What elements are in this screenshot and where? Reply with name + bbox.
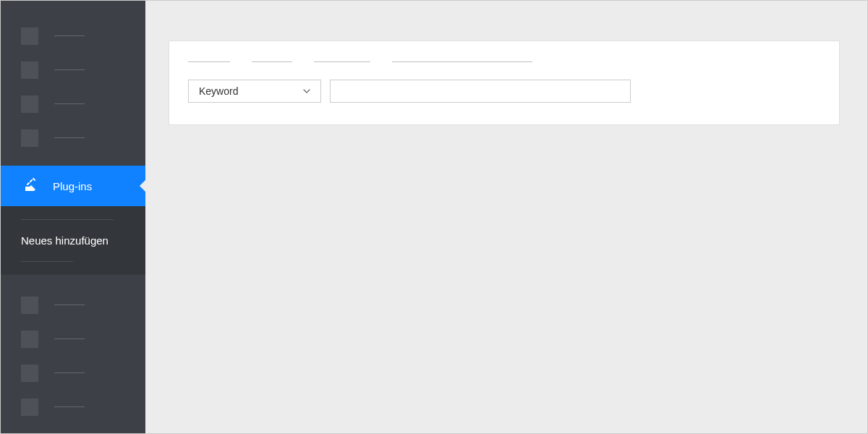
sidebar-item-placeholder[interactable] [1,356,145,390]
placeholder-icon [21,365,38,382]
search-input[interactable] [330,80,631,103]
filter-tab-placeholder[interactable] [188,61,230,62]
sidebar-item-placeholder[interactable] [1,288,145,322]
chevron-down-icon [302,86,312,96]
placeholder-label [54,137,85,138]
sidebar-item-label: Plug-ins [53,180,92,192]
placeholder-icon [21,61,38,79]
submenu-divider [21,261,73,262]
placeholder-icon [21,129,38,147]
search-panel: Keyword [169,41,840,125]
main-content: Keyword [145,1,867,433]
placeholder-icon [21,399,38,416]
sidebar-item-placeholder[interactable] [1,19,145,53]
search-row: Keyword [188,80,820,103]
filter-tab-placeholder[interactable] [314,61,370,62]
placeholder-label [54,339,85,339]
placeholder-label [54,373,85,373]
placeholder-label [54,103,85,104]
plug-icon [21,176,40,195]
placeholder-label [54,305,85,305]
placeholder-icon [21,331,38,348]
placeholder-label [54,69,85,70]
sidebar-item-placeholder[interactable] [1,87,145,121]
placeholder-label [54,35,85,36]
sidebar-item-placeholder[interactable] [1,121,145,155]
select-label: Keyword [199,85,238,97]
sidebar-item-placeholder[interactable] [1,53,145,87]
submenu-divider [21,219,114,220]
placeholder-icon [21,95,38,113]
filter-tabs [188,61,820,62]
placeholder-icon [21,297,38,314]
filter-tab-placeholder[interactable] [252,61,292,62]
placeholder-label [54,407,85,407]
placeholder-icon [21,27,38,45]
submenu-item-add-new[interactable]: Neues hinzufügen [21,234,125,247]
sidebar-item-placeholder[interactable] [1,322,145,356]
sidebar-item-placeholder[interactable] [1,390,145,424]
sidebar-submenu: Neues hinzufügen [1,206,145,275]
sidebar: Plug-ins Neues hinzufügen [1,1,145,433]
search-type-select[interactable]: Keyword [188,80,321,103]
filter-tab-placeholder[interactable] [392,61,532,62]
sidebar-item-plugins[interactable]: Plug-ins [1,166,145,206]
